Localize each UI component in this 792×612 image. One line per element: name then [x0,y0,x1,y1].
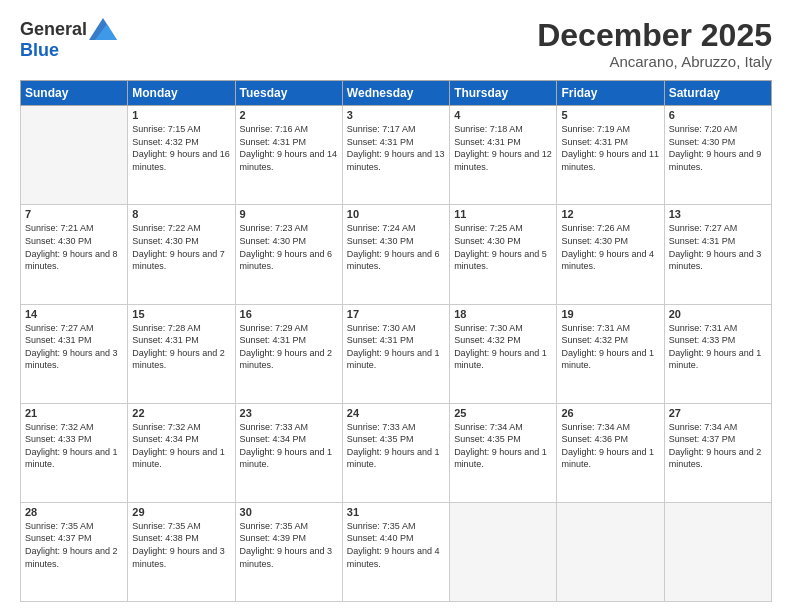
day-number: 2 [240,109,338,121]
day-number: 15 [132,308,230,320]
day-info: Sunrise: 7:33 AMSunset: 4:34 PMDaylight:… [240,421,338,471]
calendar-cell: 31Sunrise: 7:35 AMSunset: 4:40 PMDayligh… [342,502,449,601]
day-number: 8 [132,208,230,220]
day-header-tuesday: Tuesday [235,81,342,106]
calendar-cell: 29Sunrise: 7:35 AMSunset: 4:38 PMDayligh… [128,502,235,601]
calendar-cell: 30Sunrise: 7:35 AMSunset: 4:39 PMDayligh… [235,502,342,601]
day-number: 14 [25,308,123,320]
day-number: 10 [347,208,445,220]
day-info: Sunrise: 7:33 AMSunset: 4:35 PMDaylight:… [347,421,445,471]
day-number: 23 [240,407,338,419]
logo-icon [89,18,117,40]
calendar-cell: 21Sunrise: 7:32 AMSunset: 4:33 PMDayligh… [21,403,128,502]
calendar-cell: 6Sunrise: 7:20 AMSunset: 4:30 PMDaylight… [664,106,771,205]
day-info: Sunrise: 7:32 AMSunset: 4:33 PMDaylight:… [25,421,123,471]
day-info: Sunrise: 7:24 AMSunset: 4:30 PMDaylight:… [347,222,445,272]
day-info: Sunrise: 7:22 AMSunset: 4:30 PMDaylight:… [132,222,230,272]
day-info: Sunrise: 7:25 AMSunset: 4:30 PMDaylight:… [454,222,552,272]
day-info: Sunrise: 7:31 AMSunset: 4:33 PMDaylight:… [669,322,767,372]
day-number: 19 [561,308,659,320]
day-number: 27 [669,407,767,419]
calendar-cell [664,502,771,601]
calendar-cell: 5Sunrise: 7:19 AMSunset: 4:31 PMDaylight… [557,106,664,205]
day-number: 9 [240,208,338,220]
calendar-cell: 10Sunrise: 7:24 AMSunset: 4:30 PMDayligh… [342,205,449,304]
day-number: 6 [669,109,767,121]
calendar-cell: 17Sunrise: 7:30 AMSunset: 4:31 PMDayligh… [342,304,449,403]
calendar-cell: 22Sunrise: 7:32 AMSunset: 4:34 PMDayligh… [128,403,235,502]
day-number: 18 [454,308,552,320]
calendar-cell: 19Sunrise: 7:31 AMSunset: 4:32 PMDayligh… [557,304,664,403]
day-info: Sunrise: 7:21 AMSunset: 4:30 PMDaylight:… [25,222,123,272]
day-number: 29 [132,506,230,518]
calendar-cell: 26Sunrise: 7:34 AMSunset: 4:36 PMDayligh… [557,403,664,502]
calendar-header-row: SundayMondayTuesdayWednesdayThursdayFrid… [21,81,772,106]
day-number: 13 [669,208,767,220]
calendar-cell: 3Sunrise: 7:17 AMSunset: 4:31 PMDaylight… [342,106,449,205]
day-header-friday: Friday [557,81,664,106]
day-header-thursday: Thursday [450,81,557,106]
day-info: Sunrise: 7:20 AMSunset: 4:30 PMDaylight:… [669,123,767,173]
day-number: 16 [240,308,338,320]
day-number: 26 [561,407,659,419]
day-number: 1 [132,109,230,121]
calendar-cell: 2Sunrise: 7:16 AMSunset: 4:31 PMDaylight… [235,106,342,205]
calendar-cell: 14Sunrise: 7:27 AMSunset: 4:31 PMDayligh… [21,304,128,403]
calendar-cell [21,106,128,205]
title-block: December 2025 Ancarano, Abruzzo, Italy [537,18,772,70]
day-info: Sunrise: 7:34 AMSunset: 4:36 PMDaylight:… [561,421,659,471]
calendar-cell: 27Sunrise: 7:34 AMSunset: 4:37 PMDayligh… [664,403,771,502]
calendar-cell: 18Sunrise: 7:30 AMSunset: 4:32 PMDayligh… [450,304,557,403]
calendar-cell: 9Sunrise: 7:23 AMSunset: 4:30 PMDaylight… [235,205,342,304]
day-info: Sunrise: 7:27 AMSunset: 4:31 PMDaylight:… [669,222,767,272]
week-row-0: 1Sunrise: 7:15 AMSunset: 4:32 PMDaylight… [21,106,772,205]
day-info: Sunrise: 7:18 AMSunset: 4:31 PMDaylight:… [454,123,552,173]
day-info: Sunrise: 7:31 AMSunset: 4:32 PMDaylight:… [561,322,659,372]
logo-general-text: General [20,19,87,40]
calendar-cell: 15Sunrise: 7:28 AMSunset: 4:31 PMDayligh… [128,304,235,403]
day-number: 24 [347,407,445,419]
calendar-table: SundayMondayTuesdayWednesdayThursdayFrid… [20,80,772,602]
calendar-cell: 11Sunrise: 7:25 AMSunset: 4:30 PMDayligh… [450,205,557,304]
day-info: Sunrise: 7:35 AMSunset: 4:37 PMDaylight:… [25,520,123,570]
calendar-cell: 24Sunrise: 7:33 AMSunset: 4:35 PMDayligh… [342,403,449,502]
day-info: Sunrise: 7:26 AMSunset: 4:30 PMDaylight:… [561,222,659,272]
day-number: 7 [25,208,123,220]
calendar-cell: 7Sunrise: 7:21 AMSunset: 4:30 PMDaylight… [21,205,128,304]
day-info: Sunrise: 7:32 AMSunset: 4:34 PMDaylight:… [132,421,230,471]
day-info: Sunrise: 7:27 AMSunset: 4:31 PMDaylight:… [25,322,123,372]
day-number: 12 [561,208,659,220]
calendar-cell: 4Sunrise: 7:18 AMSunset: 4:31 PMDaylight… [450,106,557,205]
week-row-3: 21Sunrise: 7:32 AMSunset: 4:33 PMDayligh… [21,403,772,502]
day-number: 20 [669,308,767,320]
day-number: 31 [347,506,445,518]
day-number: 3 [347,109,445,121]
day-header-saturday: Saturday [664,81,771,106]
calendar-cell [450,502,557,601]
day-info: Sunrise: 7:28 AMSunset: 4:31 PMDaylight:… [132,322,230,372]
day-info: Sunrise: 7:30 AMSunset: 4:31 PMDaylight:… [347,322,445,372]
day-info: Sunrise: 7:35 AMSunset: 4:39 PMDaylight:… [240,520,338,570]
day-info: Sunrise: 7:29 AMSunset: 4:31 PMDaylight:… [240,322,338,372]
day-number: 5 [561,109,659,121]
calendar-cell [557,502,664,601]
calendar-cell: 23Sunrise: 7:33 AMSunset: 4:34 PMDayligh… [235,403,342,502]
month-title: December 2025 [537,18,772,53]
day-info: Sunrise: 7:35 AMSunset: 4:40 PMDaylight:… [347,520,445,570]
day-header-sunday: Sunday [21,81,128,106]
calendar-cell: 8Sunrise: 7:22 AMSunset: 4:30 PMDaylight… [128,205,235,304]
calendar-cell: 12Sunrise: 7:26 AMSunset: 4:30 PMDayligh… [557,205,664,304]
day-info: Sunrise: 7:19 AMSunset: 4:31 PMDaylight:… [561,123,659,173]
calendar-cell: 16Sunrise: 7:29 AMSunset: 4:31 PMDayligh… [235,304,342,403]
day-number: 25 [454,407,552,419]
day-number: 17 [347,308,445,320]
calendar-cell: 20Sunrise: 7:31 AMSunset: 4:33 PMDayligh… [664,304,771,403]
day-header-monday: Monday [128,81,235,106]
day-info: Sunrise: 7:34 AMSunset: 4:37 PMDaylight:… [669,421,767,471]
day-number: 4 [454,109,552,121]
logo-blue-text: Blue [20,40,59,61]
page: General Blue December 2025 Ancarano, Abr… [0,0,792,612]
day-info: Sunrise: 7:15 AMSunset: 4:32 PMDaylight:… [132,123,230,173]
day-info: Sunrise: 7:30 AMSunset: 4:32 PMDaylight:… [454,322,552,372]
header: General Blue December 2025 Ancarano, Abr… [20,18,772,70]
